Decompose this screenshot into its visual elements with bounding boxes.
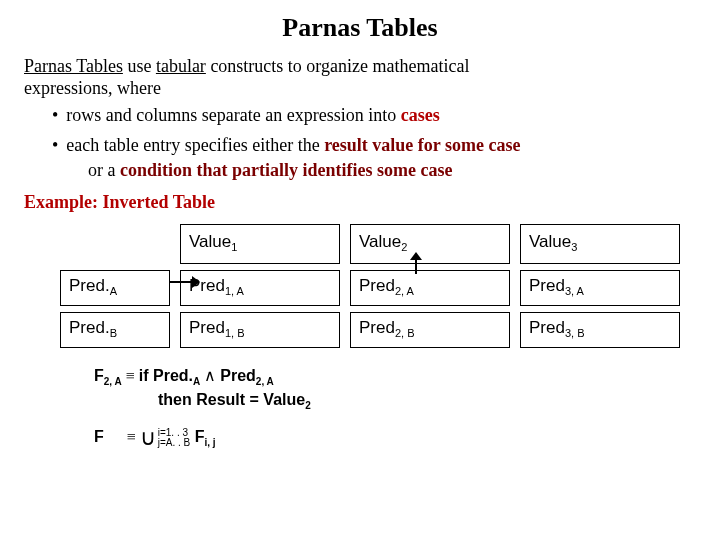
cell-pred-2a: Pred2, A [350,270,510,306]
intro-term-parnas: Parnas Tables [24,56,123,76]
row-header-pred-a-sub: A [110,286,117,298]
formula-if: if Pred. [139,367,193,384]
col-header-value1-sub: 1 [231,242,237,254]
col-header-value1-text: Value [189,232,231,251]
slide: Parnas Tables Parnas Tables use tabular … [0,0,720,540]
formula-f-sub: 2, A [104,376,122,387]
formula-line-3: F ≡ ∪i=1. . 3j=A. . B Fi, j [94,421,696,450]
intro-text-3: expressions, where [24,78,161,98]
formula-pred2: Pred [220,367,256,384]
bullet-1a: rows and columns separate an expression … [66,105,400,125]
union-sub-2: j=A. . B [158,437,191,448]
union-sub: i=1. . 3j=A. . B [158,428,191,448]
bullet-dot-icon: • [52,104,58,127]
cell-pred-3a-text: Pred [529,276,565,295]
bullet-list: • rows and columns separate an expressio… [24,104,696,182]
formula-f: F [94,367,104,384]
cell-pred-2a-text: Pred [359,276,395,295]
cell-pred-1b: Pred1, B [180,312,340,348]
intro-text-1: use [123,56,156,76]
intro-text-2: constructs to organize mathematical [206,56,470,76]
formula-fij: F [190,428,204,445]
row-header-pred-b-sub: B [110,328,117,340]
col-header-value2-sub: 2 [401,242,407,254]
bullet-2b: result value for some case [324,135,520,155]
cell-pred-2b: Pred2, B [350,312,510,348]
formula-line-1: F2, A ≡ if Pred.A ∧ Pred2, A [94,366,696,389]
col-header-value2: Value2 [350,224,510,264]
formula-fij-sub: i, j [204,437,215,448]
col-header-value1: Value1 [180,224,340,264]
bullet-2c: or a [88,160,120,180]
formula-block: F2, A ≡ if Pred.A ∧ Pred2, A then Result… [94,366,696,450]
equiv-icon: ≡ [127,428,140,445]
row-header-pred-a-text: Pred. [69,276,110,295]
formula-then: then Result = Value [158,391,305,408]
formula-f2: F [94,428,104,445]
formula-line-2: then Result = Value2 [158,390,696,413]
bullet-2a: each table entry specifies either the [66,135,324,155]
cell-pred-1b-text: Pred [189,318,225,337]
bullet-2d: condition that partially identifies some… [120,160,452,180]
bullet-1: • rows and columns separate an expressio… [52,104,696,127]
col-header-value3: Value3 [520,224,680,264]
equiv-icon: ≡ [122,367,139,384]
and-icon: ∧ [200,367,220,384]
bullet-2-cont: or a condition that partially identifies… [88,159,696,182]
cell-pred-3b-sub: 3, B [565,328,585,340]
cell-pred-1a-sub: 1, A [225,286,244,298]
cell-pred-3b-text: Pred [529,318,565,337]
row-header-pred-b: Pred.B [60,312,170,348]
cell-pred-3a: Pred3, A [520,270,680,306]
union-icon: ∪ [140,424,156,452]
col-header-value3-sub: 3 [571,242,577,254]
cell-pred-2b-sub: 2, B [395,328,415,340]
intro-term-tabular: tabular [156,56,206,76]
bullet-1b: cases [401,105,440,125]
example-heading: Example: Inverted Table [24,191,696,214]
arrow-up-icon [410,252,422,274]
cell-pred-3a-sub: 3, A [565,286,584,298]
cell-pred-3b: Pred3, B [520,312,680,348]
formula-pred2-sub: 2, A [256,376,274,387]
page-title: Parnas Tables [24,12,696,45]
bullet-dot-icon: • [52,134,58,157]
row-header-pred-b-text: Pred. [69,318,110,337]
formula-then-sub: 2 [305,400,311,411]
bullet-1-text: rows and columns separate an expression … [66,104,439,127]
arrow-right-icon [170,276,200,288]
intro-paragraph: Parnas Tables use tabular constructs to … [24,55,696,100]
cell-pred-2b-text: Pred [359,318,395,337]
table-corner-blank [60,224,170,264]
inverted-table: Value1 Value2 Value3 Pred.A Pred1, A Pre… [60,224,660,348]
cell-pred-1a: Pred1, A [180,270,340,306]
col-header-value3-text: Value [529,232,571,251]
row-header-pred-a: Pred.A [60,270,170,306]
table-grid: Value1 Value2 Value3 Pred.A Pred1, A Pre… [60,224,660,348]
cell-pred-1b-sub: 1, B [225,328,245,340]
cell-pred-2a-sub: 2, A [395,286,414,298]
bullet-2-text: each table entry specifies either the re… [66,134,520,157]
col-header-value2-text: Value [359,232,401,251]
bullet-2: • each table entry specifies either the … [52,134,696,157]
